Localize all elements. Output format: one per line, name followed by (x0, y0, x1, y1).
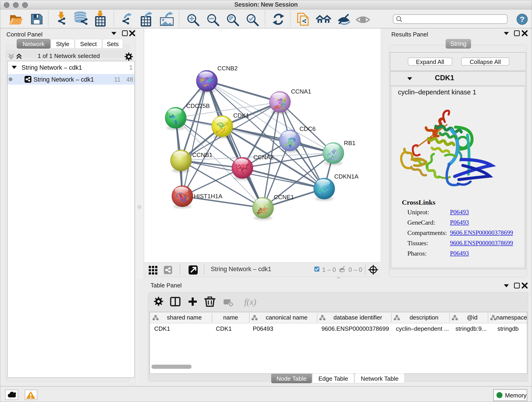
svg-text:HIST1H1A: HIST1H1A (194, 193, 222, 200)
svg-text:CCNE1: CCNE1 (274, 194, 294, 201)
svg-text:CDK1: CDK1 (233, 112, 249, 119)
svg-text:CDKN1A: CDKN1A (334, 173, 359, 180)
svg-text:CCNA2: CCNA2 (253, 154, 273, 161)
svg-text:CDC6: CDC6 (299, 125, 316, 132)
svg-text:CCNB1: CCNB1 (192, 152, 212, 158)
svg-text:CDC25B: CDC25B (186, 102, 210, 109)
svg-text:f(x): f(x) (244, 297, 256, 307)
svg-text:CCNB2: CCNB2 (217, 65, 238, 72)
svg-text:CCNA1: CCNA1 (291, 88, 311, 95)
svg-text:?: ? (520, 15, 525, 24)
svg-text:RB1: RB1 (344, 140, 355, 147)
